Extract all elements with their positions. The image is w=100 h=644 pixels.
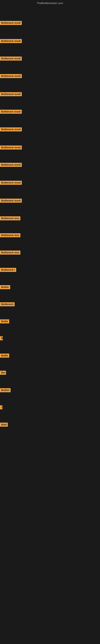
- bottleneck-badge: Bottleneck resu: [0, 250, 20, 254]
- bottleneck-item: Bottlen: [0, 388, 11, 393]
- bottleneck-badge: Bottl: [0, 422, 8, 427]
- bottleneck-item: Bottleneck result: [0, 146, 22, 150]
- bottleneck-item: Bottleneck result: [0, 21, 22, 26]
- bottleneck-badge: Bottle: [0, 354, 9, 358]
- bottleneck-item: Bottl: [0, 422, 8, 428]
- bottleneck-badge: Bottleneck result: [0, 163, 22, 167]
- bottleneck-badge: Bottle: [0, 320, 9, 324]
- bottleneck-item: Bottle: [0, 320, 9, 324]
- bottleneck-item: Bottleneck result: [0, 199, 22, 204]
- bottleneck-item: Bottleneck result: [0, 56, 22, 62]
- bottleneck-badge: I: [0, 405, 2, 409]
- bottleneck-badge: Bottleneck result: [0, 56, 22, 60]
- bottleneck-item: Bottleneck result: [0, 39, 22, 44]
- bottleneck-item: Bottleneck result: [0, 163, 22, 168]
- bottleneck-item: Bottleneck: [0, 302, 15, 307]
- bottleneck-item: Bottleneck result: [0, 181, 22, 186]
- bottleneck-badge: Bottleneck result: [0, 146, 22, 150]
- bottleneck-item: Bottler: [0, 285, 10, 290]
- bottleneck-item: Bot: [0, 371, 6, 376]
- bottleneck-badge: Bottleneck result: [0, 128, 22, 132]
- bottleneck-badge: Bottleneck resu: [0, 216, 20, 220]
- bottleneck-item: Bottleneck resu: [0, 216, 20, 221]
- bottleneck-badge: Bottleneck result: [0, 39, 22, 43]
- bottleneck-item: Bottleneck result: [0, 110, 22, 114]
- bottleneck-badge: Bottleneck result: [0, 110, 22, 114]
- bottleneck-badge: Bottler: [0, 285, 10, 289]
- bottleneck-item: Bottleneck result: [0, 128, 22, 132]
- bottleneck-item: Bottleneck resu: [0, 233, 20, 238]
- site-title: TheBottlenecker.com: [37, 2, 63, 5]
- bottleneck-badge: Bottleneck result: [0, 181, 22, 185]
- bottleneck-badge: Bot: [0, 371, 6, 375]
- bottleneck-item: Bottle: [0, 354, 9, 358]
- bottleneck-item: Bottleneck result: [0, 74, 22, 79]
- bottleneck-item: Bottleneck result: [0, 92, 22, 97]
- bottleneck-badge: Bottleneck r: [0, 268, 16, 272]
- bottleneck-badge: Bottleneck result: [0, 199, 22, 203]
- bottleneck-item: Bottleneck r: [0, 268, 16, 273]
- bottleneck-item: Bottleneck resu: [0, 250, 20, 256]
- bottleneck-badge: Bottleneck: [0, 302, 15, 306]
- bottleneck-item: I: [0, 405, 2, 410]
- bottleneck-badge: Bottleneck result: [0, 74, 22, 78]
- site-header: TheBottlenecker.com: [0, 0, 100, 6]
- bottleneck-badge: Bottleneck result: [0, 92, 22, 96]
- bottleneck-badge: Bottleneck resu: [0, 233, 20, 237]
- bottleneck-badge: Bottleneck result: [0, 21, 22, 25]
- bottleneck-badge: B: [0, 336, 3, 340]
- bottleneck-badge: Bottlen: [0, 388, 11, 392]
- bottleneck-item: B: [0, 336, 3, 341]
